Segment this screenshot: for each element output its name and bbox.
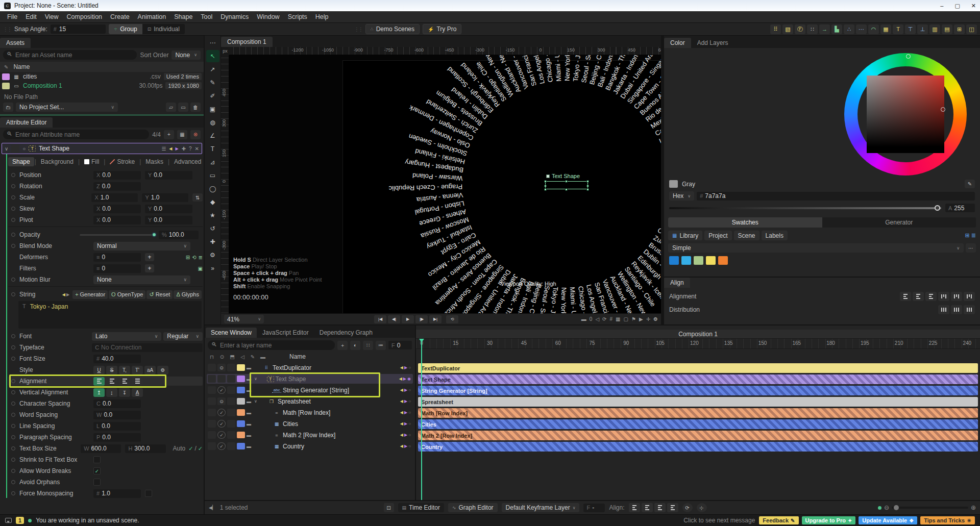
loop-button[interactable]: ⟲ [446, 315, 458, 323]
lock-cell[interactable] [208, 397, 216, 405]
layer-color-chip[interactable] [237, 398, 245, 405]
check-icon[interactable]: ✓ [217, 409, 226, 416]
keyframe-dot-icon[interactable] [11, 334, 15, 338]
link-icon[interactable]: ⇅ [192, 193, 203, 202]
keyframe-dot-icon[interactable] [11, 435, 15, 439]
viewport-option-icon[interactable]: ✛ [646, 316, 650, 322]
distribute-grid-button[interactable] [964, 305, 975, 314]
zoom-in-icon[interactable]: + [164, 130, 174, 139]
project-folder-icon[interactable]: 🗀 [3, 103, 13, 112]
value-field[interactable]: X0.0 [93, 216, 141, 224]
text-tool[interactable]: T [206, 143, 219, 155]
keyframe-dot-icon[interactable] [11, 207, 15, 211]
align-left-button[interactable] [93, 377, 105, 386]
tab-dependency-graph[interactable]: Dependency Graph [314, 328, 378, 338]
timeline-bar[interactable]: Math 2 [Row Index] [418, 431, 978, 440]
box-icon[interactable]: ▧ [782, 24, 793, 34]
keyframe-dot-icon[interactable]: ○ [408, 444, 411, 448]
display-list-icon[interactable]: ☰ [161, 146, 166, 152]
scatter-icon[interactable]: ∷ [363, 341, 373, 350]
value-field[interactable]: Y0.0 [145, 171, 192, 180]
orbit-tool[interactable]: ◍ [206, 116, 219, 129]
asset-row[interactable]: ▭Composition 130.00fps1920 x 1080 [0, 81, 204, 90]
direct-select-tool[interactable]: ↗ [206, 63, 219, 76]
add-button[interactable]: + [145, 253, 154, 261]
align-top-button[interactable] [938, 292, 949, 301]
pen-tool[interactable]: ✎ [206, 77, 219, 89]
checkbox-allow-word-breaks[interactable]: ✓ [93, 467, 101, 474]
kf-align-spread-button[interactable] [667, 503, 678, 512]
try-pro-button[interactable]: ⚡Try Pro [423, 24, 461, 34]
prev-frame-button[interactable]: ◀| [388, 315, 400, 323]
color-swatch[interactable] [706, 256, 716, 265]
keyframe-dot-icon[interactable] [11, 390, 15, 394]
selection-handle[interactable] [586, 185, 589, 187]
stagger-icon[interactable]: ▙ [831, 24, 842, 34]
viewport-option-icon[interactable]: ▢ [624, 316, 628, 322]
project-button[interactable]: Project [704, 231, 731, 240]
textbox-icon[interactable]: ◫ [966, 24, 977, 34]
close-button[interactable]: ✕ [971, 3, 976, 9]
next-keyframe-icon[interactable]: ▶ [404, 365, 407, 370]
color-swatch[interactable] [681, 256, 691, 265]
keyframe-dot-icon[interactable]: ○ [408, 365, 411, 370]
align-left-button[interactable] [900, 292, 911, 301]
scatter-icon[interactable]: ∷ [807, 24, 818, 34]
keyframe-dot-icon[interactable]: ○ [408, 421, 411, 426]
menu-window[interactable]: Window [253, 13, 283, 20]
layer-row[interactable]: ✓▬=Math 2 [Row Index]◀▶○ [207, 430, 413, 440]
next-keyframe-icon[interactable]: ▶ [404, 399, 407, 404]
value-field[interactable]: Y1.0 [142, 193, 188, 202]
arc-icon[interactable]: ◠ [868, 24, 879, 34]
checkbox-shrink-to-fit-text-box[interactable] [93, 456, 101, 463]
dropdown-motion-blur[interactable]: None∨ [93, 275, 190, 284]
check-icon[interactable]: ✓ [217, 442, 226, 450]
playhead[interactable] [421, 339, 422, 500]
value-field[interactable]: H300.0 [125, 444, 165, 453]
color-mode-select[interactable]: Hex∨ [669, 191, 694, 201]
value-field[interactable]: L0.0 [93, 422, 141, 431]
value-field[interactable]: #1.0 [93, 489, 141, 498]
prev-keyframe-icon[interactable]: ◀ [169, 146, 172, 151]
menu-create[interactable]: Create [106, 13, 134, 20]
value-field[interactable]: P0.0 [93, 433, 141, 442]
extra-icon[interactable]: ⊞ [186, 255, 190, 260]
dropdown-blend-mode[interactable]: Normal∨ [93, 242, 190, 251]
prev-keyframe-icon[interactable]: ◀ [399, 377, 402, 381]
font-weight-select[interactable]: Regular∨ [163, 332, 203, 341]
value-field[interactable]: Y0.0 [145, 205, 192, 213]
next-keyframe-icon[interactable]: ▶ [404, 410, 407, 415]
color-swatch[interactable] [718, 256, 728, 265]
viewport-zoom-select[interactable]: 41%∨ [224, 315, 264, 323]
value-field[interactable]: ≡0 [93, 264, 141, 273]
keyframe-dot-icon[interactable]: ○ [22, 146, 26, 152]
layer-color-chip[interactable] [237, 432, 245, 438]
go-end-button[interactable]: ▶| [429, 315, 442, 323]
save-icon[interactable]: ▭ [178, 103, 188, 112]
individual-mode-button[interactable]: ⊡Individual [142, 24, 185, 34]
timeline-bar[interactable]: Country [418, 442, 978, 452]
value-field[interactable]: %100.0 [159, 231, 199, 239]
update-available-badge[interactable]: Update Available❖ [859, 516, 917, 524]
viewport-option-icon[interactable]: ▶ [639, 316, 643, 322]
loop-button[interactable]: ⟳ [682, 503, 693, 512]
arc-tool[interactable]: ↺ [206, 222, 219, 235]
style-settings-button[interactable]: ⚙ [157, 366, 168, 374]
opentype-button[interactable]: OOpenType [109, 290, 145, 299]
next-keyframe-icon[interactable]: ▶ [66, 292, 69, 297]
select-tool[interactable]: ↖ [206, 50, 219, 62]
add-button[interactable]: + [145, 264, 154, 272]
keyframe-dot-icon[interactable] [11, 480, 15, 484]
align-right-button[interactable] [925, 292, 937, 301]
solo-cell[interactable] [227, 375, 235, 383]
feedback-badge[interactable]: Feedback✎ [759, 516, 798, 524]
keyframe-dot-icon[interactable] [11, 195, 15, 199]
layer-row[interactable]: ✓▬=Math [Row Index]◀▶○ [207, 408, 413, 417]
prev-keyframe-icon[interactable]: ◀ [400, 444, 403, 448]
underline-button[interactable]: U [93, 366, 105, 374]
viewport-option-icon[interactable]: ⟳ [602, 316, 606, 322]
subscript-button[interactable]: T, [119, 366, 130, 374]
keyframe-dot-icon[interactable] [11, 278, 15, 282]
expand-tools[interactable]: » [206, 262, 219, 274]
tips-and-tricks-badge[interactable]: Tips and Tricks☀ [920, 516, 975, 524]
